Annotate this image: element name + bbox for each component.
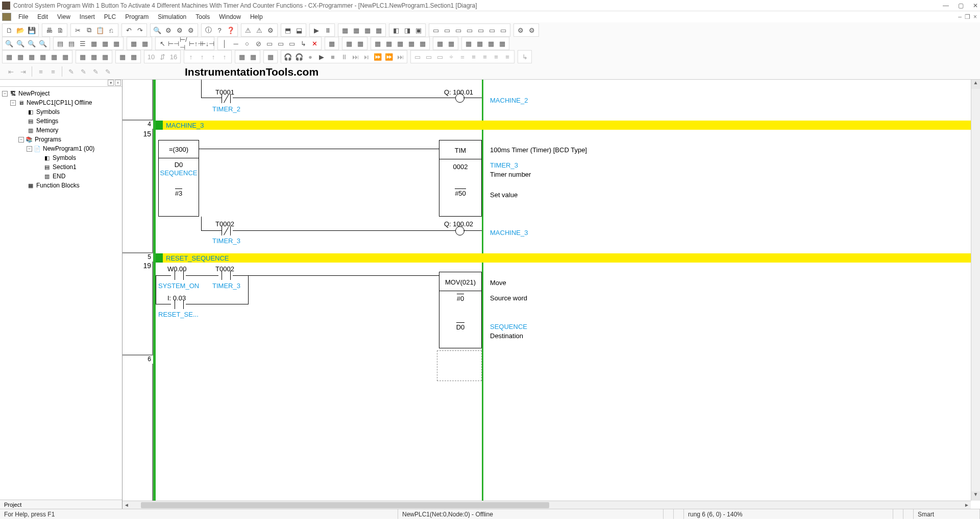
paste-icon[interactable]: 📋 (94, 25, 106, 36)
play2-icon[interactable]: ▶ (316, 51, 327, 62)
scroll-up-icon[interactable]: ▲ (971, 80, 980, 89)
toolbar-icon[interactable]: ▦ (485, 38, 497, 49)
tree-collapse-icon[interactable]: − (10, 100, 16, 106)
toolbar-icon[interactable]: ⊢↓⊣ (202, 38, 213, 49)
toolbar-icon[interactable]: ▦ (372, 38, 383, 49)
print-icon[interactable]: 🖶 (43, 25, 55, 36)
toolbar-icon[interactable]: ◨ (402, 25, 413, 36)
toolbar-icon[interactable]: ⚙ (185, 25, 197, 36)
undo-icon[interactable]: ↶ (123, 25, 134, 36)
project-tree[interactable]: −🏗NewProject −🖥NewPLC1[CP1L] Offline ◧Sy… (0, 87, 122, 500)
toolbar-icon[interactable]: ▦ (88, 51, 100, 62)
toolbar-icon[interactable]: ⬓ (293, 25, 305, 36)
toolbar-icon[interactable]: 🎧 (293, 51, 305, 62)
project-tab[interactable]: Project (0, 500, 122, 509)
toolbar-icon[interactable]: 16 (168, 51, 179, 62)
menu-window[interactable]: Window (215, 12, 245, 21)
toolbar-icon[interactable]: ▦ (497, 38, 508, 49)
coil-icon[interactable]: ○ (241, 38, 253, 49)
pause2-icon[interactable]: ⏸ (338, 51, 350, 62)
toolbar-icon[interactable]: 🎧 (282, 51, 293, 62)
toolbar-icon[interactable]: ▭ (423, 51, 434, 62)
vertical-scrollbar[interactable]: ▲ ▼ (971, 80, 980, 501)
toolbar-icon[interactable]: ▦ (37, 51, 48, 62)
tree-plc[interactable]: NewPLC1[CP1L] Offline (27, 99, 92, 106)
toolbar-icon[interactable]: ? (214, 25, 225, 36)
preview-icon[interactable]: 🗎 (55, 25, 66, 36)
open-icon[interactable]: 📂 (15, 25, 26, 36)
tree-p-symbols[interactable]: Symbols (53, 154, 76, 161)
toolbar-icon[interactable]: ⚙ (526, 25, 537, 36)
toolbar-icon[interactable]: ≡ (491, 51, 502, 62)
output-coil[interactable] (455, 93, 464, 103)
toolbar-icon[interactable]: ▭ (475, 25, 486, 36)
toolbar-icon[interactable]: ▭ (442, 25, 453, 36)
find-icon[interactable]: 🔍 (152, 25, 163, 36)
indent-icon[interactable]: ⇥ (17, 66, 29, 78)
toolbar-icon[interactable]: ▭ (498, 25, 509, 36)
no-contact[interactable] (218, 271, 234, 280)
close-button[interactable]: ✕ (973, 2, 978, 9)
help-icon[interactable]: ⓘ (203, 25, 214, 36)
toolbar-icon[interactable]: ▦ (15, 51, 26, 62)
toolbar-icon[interactable]: ↑ (185, 51, 197, 62)
toolbar-icon[interactable]: ▭ (412, 51, 423, 62)
toolbar-icon[interactable]: ▭ (486, 25, 498, 36)
toolbar-icon[interactable]: ▦ (248, 51, 259, 62)
toolbar-icon[interactable]: ▦ (4, 51, 15, 62)
timer-instruction[interactable]: TIM 0002 #50 (439, 140, 482, 217)
scroll-left-icon[interactable]: ◄ (122, 502, 131, 508)
toolbar-icon[interactable]: ▦ (474, 38, 485, 49)
section-header[interactable]: MACHINE_3 (156, 121, 971, 130)
toolbar-icon[interactable]: ⇵ (157, 51, 168, 62)
toolbar-icon[interactable]: ⬒ (282, 25, 293, 36)
toolbar-icon[interactable]: ▦ (48, 51, 60, 62)
toolbar-icon[interactable]: ▦ (373, 25, 384, 36)
cut-icon[interactable]: ✂ (72, 25, 83, 36)
tree-section1[interactable]: Section1 (53, 163, 77, 171)
scroll-thumb[interactable] (141, 502, 549, 508)
zoom-icon[interactable]: 🔍 (26, 38, 37, 49)
tree-program1[interactable]: NewProgram1 (00) (43, 145, 94, 152)
toolbar-icon[interactable]: ▦ (139, 38, 151, 49)
tree-collapse-icon[interactable]: − (2, 91, 8, 97)
toolbar-icon[interactable]: ⏩ (383, 51, 395, 62)
tree-symbols[interactable]: Symbols (36, 108, 60, 115)
menu-file[interactable]: File (14, 12, 32, 21)
tree-memory[interactable]: Memory (36, 127, 58, 134)
toolbar-icon[interactable]: ≡ (47, 66, 59, 78)
menu-program[interactable]: Program (121, 12, 153, 21)
mov-instruction[interactable]: MOV(021) #0 D0 (439, 272, 482, 348)
step-icon[interactable]: ⏭ (350, 51, 361, 62)
toolbar-icon[interactable]: ▦ (26, 51, 37, 62)
tree-collapse-icon[interactable]: − (18, 137, 24, 143)
delete-icon[interactable]: ✕ (309, 38, 320, 49)
toolbar-icon[interactable]: ▦ (446, 38, 457, 49)
toolbar-icon[interactable]: ▦ (355, 38, 366, 49)
no-contact-icon[interactable]: ⊢⊣ (168, 38, 179, 49)
tree-collapse-icon[interactable]: − (27, 146, 32, 152)
compare-instruction[interactable]: =(300) D0 SEQUENCE #3 (158, 140, 199, 217)
tree-project[interactable]: NewProject (18, 90, 50, 97)
toolbar-icon[interactable]: ◧ (390, 25, 402, 36)
toolbar-icon[interactable]: ▭ (434, 51, 446, 62)
toolbar-icon[interactable]: ❓ (225, 25, 236, 36)
stop-icon[interactable]: ■ (327, 51, 338, 62)
toolbar-icon[interactable]: ⏩ (372, 51, 383, 62)
cursor-icon[interactable]: ↖ (157, 38, 168, 49)
toolbar-icon[interactable]: ▦ (344, 38, 355, 49)
toolbar-icon[interactable]: ↳ (519, 51, 530, 62)
zoom-icon[interactable]: 🔍 (4, 38, 15, 49)
toolbar-icon[interactable]: ✎ (78, 66, 89, 78)
nc-contact[interactable] (218, 94, 234, 103)
tree-fb[interactable]: Function Blocks (36, 182, 80, 189)
toolbar-icon[interactable]: ▦ (406, 38, 417, 49)
toolbar-icon[interactable]: ▦ (265, 51, 276, 62)
mdi-minimize-button[interactable]: – (958, 13, 962, 20)
toolbar-icon[interactable]: ▭ (430, 25, 442, 36)
toolbar-icon[interactable]: ≡ (479, 51, 491, 62)
toolbar-icon[interactable]: ▭ (453, 25, 464, 36)
menu-simulation[interactable]: Simulation (154, 12, 190, 21)
no-contact[interactable] (172, 300, 187, 309)
toolbar-icon[interactable]: ▦ (362, 25, 373, 36)
